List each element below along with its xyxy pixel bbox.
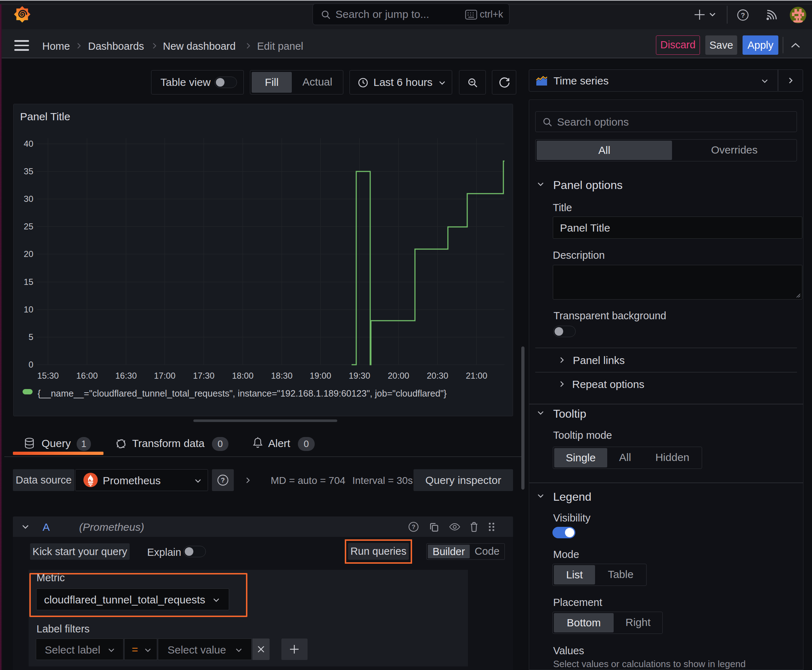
svg-text:19:30: 19:30 (349, 371, 370, 381)
svg-text:?: ? (412, 524, 415, 530)
svg-text:18:00: 18:00 (232, 371, 253, 381)
svg-text:19:00: 19:00 (310, 371, 331, 381)
svg-text:15:30: 15:30 (37, 371, 59, 381)
svg-text:20:30: 20:30 (427, 371, 448, 381)
svg-text:20: 20 (24, 249, 33, 259)
svg-text:?: ? (741, 12, 745, 19)
svg-text:10: 10 (24, 305, 33, 314)
svg-text:25: 25 (24, 222, 33, 231)
svg-text:{__name__="cloudflared_tunnel_: {__name__="cloudflared_tunnel_total_requ… (37, 388, 447, 398)
svg-text:?: ? (221, 476, 225, 484)
svg-text:5: 5 (29, 332, 33, 342)
svg-text:17:00: 17:00 (154, 371, 175, 381)
svg-text:20:00: 20:00 (388, 371, 409, 381)
svg-text:0: 0 (29, 360, 33, 369)
svg-text:17:30: 17:30 (193, 371, 214, 381)
svg-text:18:30: 18:30 (271, 371, 293, 381)
svg-text:30: 30 (24, 194, 33, 204)
svg-text:16:30: 16:30 (115, 371, 137, 381)
svg-text:15: 15 (24, 277, 33, 287)
svg-text:40: 40 (24, 139, 33, 149)
svg-text:16:00: 16:00 (76, 371, 98, 381)
svg-text:35: 35 (24, 166, 33, 176)
svg-text:21:00: 21:00 (466, 371, 487, 381)
